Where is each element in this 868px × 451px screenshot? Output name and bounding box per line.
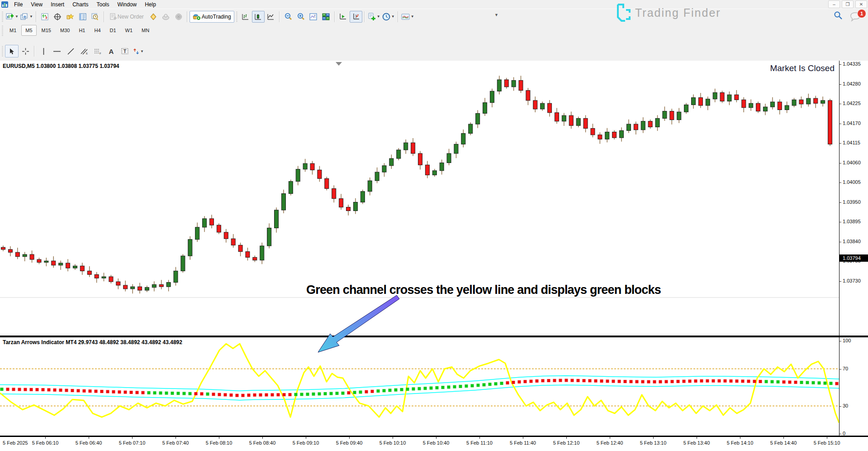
timeframe-m5[interactable]: M5 [21, 25, 36, 36]
text-label-tool[interactable]: T [118, 45, 132, 58]
line-chart-icon [267, 13, 275, 20]
time-tick [479, 437, 480, 439]
arrows-tool[interactable]: ▼ [132, 45, 145, 58]
market-watch-button[interactable] [38, 11, 51, 23]
periods-button[interactable]: ▼ [381, 11, 396, 23]
indicator-list-button[interactable] [307, 11, 320, 23]
indicator-scale-tick [840, 341, 841, 341]
bar-chart-icon [242, 13, 249, 20]
equidistant-channel-tool[interactable]: E [77, 45, 91, 58]
crosshair-tool[interactable] [19, 45, 32, 58]
candlestick [821, 96, 825, 106]
time-label: 5 Feb 08:40 [249, 440, 276, 446]
line-chart-button[interactable] [265, 11, 277, 23]
time-label: 5 Feb 10:10 [379, 440, 406, 446]
tile-windows-button[interactable] [320, 11, 332, 23]
candlestick [677, 108, 681, 123]
candlestick [166, 280, 171, 291]
minimize-button[interactable]: – [828, 0, 840, 8]
new-order-icon [109, 13, 117, 20]
strategy-tester-button[interactable] [89, 11, 102, 23]
toolbar-grip[interactable] [1, 26, 4, 36]
zoom-out-button[interactable] [282, 11, 294, 23]
price-scale[interactable]: 1.043351.042801.042251.041701.041151.040… [839, 61, 868, 336]
timeframe-m15[interactable]: M15 [38, 25, 55, 36]
price-label: 1.03730 [843, 278, 861, 283]
timeframe-m1[interactable]: M1 [5, 25, 20, 36]
candlestick [267, 223, 271, 248]
vertical-line-tool[interactable] [37, 45, 50, 58]
candlestick-chart[interactable]: EURUSD,M5 1.03800 1.03808 1.03775 1.0379… [0, 61, 839, 336]
autotrading-button[interactable]: AutoTrading [190, 11, 234, 23]
price-tick [840, 104, 841, 104]
timeframe-h1[interactable]: H1 [75, 25, 89, 36]
price-tick [840, 202, 841, 203]
candlestick-chart-button[interactable] [252, 11, 265, 23]
data-window-button[interactable] [76, 11, 89, 23]
indicator-plot[interactable]: Tarzan Arrows Indicator MT4 29.9743 48.4… [0, 337, 839, 436]
search-icon[interactable] [834, 11, 843, 20]
mql-community-button[interactable] [160, 11, 172, 23]
candlestick [770, 97, 774, 110]
candlestick [8, 246, 12, 256]
timeframe-h4[interactable]: H4 [90, 25, 104, 36]
indicator-scale-tick [840, 369, 841, 369]
indicator-panel[interactable]: Tarzan Arrows Indicator MT4 29.9743 48.4… [0, 337, 868, 436]
menu-window[interactable]: Window [114, 1, 141, 8]
chart-shift-button[interactable] [350, 11, 362, 23]
new-chart-button[interactable]: ▼ [5, 11, 19, 23]
timeframe-w1[interactable]: W1 [121, 25, 137, 36]
menu-charts[interactable]: Charts [68, 1, 92, 8]
candlestick [188, 236, 192, 260]
candlestick [663, 106, 667, 121]
toolbar-grip[interactable] [1, 46, 4, 56]
signals-button[interactable] [172, 11, 185, 23]
cursor-tool[interactable] [5, 45, 19, 58]
menu-insert[interactable]: Insert [47, 1, 68, 8]
close-button[interactable]: ✕ [855, 0, 867, 8]
candlestick [626, 120, 631, 133]
chart-profiles-icon [20, 13, 28, 20]
notification-badge[interactable]: 1 [857, 9, 866, 18]
toolbar-overflow-caret[interactable]: ▼ [494, 13, 498, 17]
menu-tools[interactable]: Tools [93, 1, 114, 8]
trendline-tool[interactable] [64, 45, 77, 58]
menu-view[interactable]: View [27, 1, 47, 8]
candlestick [670, 109, 674, 125]
menu-help[interactable]: Help [141, 1, 160, 8]
expert-advisor-button[interactable] [147, 11, 160, 23]
timeframe-m30[interactable]: M30 [56, 25, 74, 36]
bar-chart-button[interactable] [239, 11, 252, 23]
horizontal-line-icon [53, 48, 61, 54]
text-tool[interactable]: A [104, 45, 118, 58]
chart-profiles-button[interactable]: ▼ [19, 11, 34, 23]
annotation-text: Green channel crosses the yellow line an… [306, 283, 661, 297]
candlestick [742, 97, 746, 112]
new-order-button[interactable]: New Order [106, 11, 147, 23]
candlestick [289, 180, 293, 196]
time-axis[interactable]: 5 Feb 20255 Feb 06:105 Feb 06:405 Feb 07… [0, 437, 868, 451]
periods-clock-icon [382, 13, 390, 21]
menu-file[interactable]: File [10, 1, 27, 8]
templates-button[interactable]: ▼ [400, 11, 415, 23]
candlestick [519, 76, 523, 93]
fibonacci-icon: F [94, 48, 102, 55]
toolbar-grip[interactable] [1, 12, 4, 22]
timeframe-mn[interactable]: MN [138, 25, 153, 36]
chevron-down-icon: ▼ [29, 14, 33, 19]
indicator-scale[interactable]: 10070300 [839, 337, 868, 436]
autotrading-label: AutoTrading [202, 14, 231, 20]
navigator-button[interactable] [51, 11, 64, 23]
candlestick [555, 108, 559, 124]
fibonacci-tool[interactable]: F [91, 45, 104, 58]
toolbar-grip[interactable] [236, 12, 238, 22]
restore-button[interactable]: ❐ [842, 0, 854, 8]
chevron-down-icon: ▼ [391, 14, 395, 19]
main-chart-panel[interactable]: EURUSD,M5 1.03800 1.03808 1.03775 1.0379… [0, 61, 868, 336]
timeframe-d1[interactable]: D1 [106, 25, 120, 36]
favorites-button[interactable] [64, 11, 76, 23]
horizontal-line-tool[interactable] [50, 45, 64, 58]
auto-scroll-button[interactable] [337, 11, 350, 23]
add-indicator-button[interactable]: ▼ [367, 11, 381, 23]
zoom-in-button[interactable] [294, 11, 307, 23]
